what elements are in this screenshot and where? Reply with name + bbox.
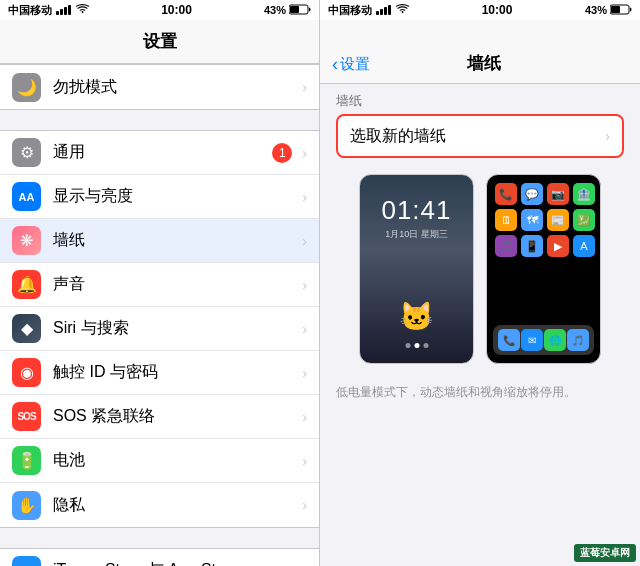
select-wallpaper-label: 选取新的墙纸 <box>350 126 601 147</box>
svg-rect-0 <box>56 11 59 15</box>
battery-icon: 🔋 <box>12 446 41 475</box>
watermark: 蓝莓安卓网 <box>574 544 636 562</box>
left-nav-title: 设置 <box>143 30 177 53</box>
settings-item-general[interactable]: ⚙ 通用 1 › <box>0 131 319 175</box>
section-gap-2 <box>0 528 319 548</box>
display-label: 显示与亮度 <box>53 186 298 207</box>
lock-time: 01:41 <box>381 195 451 226</box>
right-nav-bar: ‹ 设置 墙纸 <box>320 20 640 84</box>
svg-rect-8 <box>384 7 387 15</box>
svg-rect-5 <box>290 6 299 13</box>
home-icons-grid: 📞 💬 📷 🏦 🗓 🗺 📰 💹 🎵 📱 ▶ A <box>487 175 600 265</box>
privacy-label: 隐私 <box>53 495 298 516</box>
right-status-carrier: 中国移动 <box>328 3 409 18</box>
left-status-bar: 中国移动 10:00 43% <box>0 0 319 20</box>
sounds-icon: 🔔 <box>12 270 41 299</box>
carrier-text: 中国移动 <box>8 3 52 18</box>
donotdisturb-icon: 🌙 <box>12 73 41 102</box>
home-icon-8: 💹 <box>573 209 595 231</box>
chevron-icon-1: › <box>302 145 307 161</box>
wifi-icon <box>76 4 89 16</box>
right-nav-title: 墙纸 <box>370 52 628 75</box>
right-status-bar: 中国移动 10:00 43% <box>320 0 640 20</box>
battery-label: 电池 <box>53 450 298 471</box>
left-status-time: 10:00 <box>161 3 192 17</box>
chevron-icon-0: › <box>302 79 307 95</box>
general-badge: 1 <box>272 143 292 163</box>
wallpaper-hint: 低电量模式下，动态墙纸和视角缩放将停用。 <box>320 380 640 409</box>
home-dock: 📞 ✉ 🌐 🎵 <box>493 325 594 355</box>
battery-text: 43% <box>264 4 286 16</box>
home-icon-10: 📱 <box>521 235 543 257</box>
wallpaper-previews: 01:41 1月10日 星期三 🐱 📞 💬 📷 🏦 🗓 🗺 <box>320 158 640 380</box>
settings-item-siri[interactable]: ◆ Siri 与搜索 › <box>0 307 319 351</box>
left-status-carrier: 中国移动 <box>8 3 89 18</box>
back-label: 设置 <box>340 55 370 74</box>
home-icon-4: 🏦 <box>573 183 595 205</box>
settings-item-donotdisturb[interactable]: 🌙 勿扰模式 › <box>0 65 319 109</box>
select-wallpaper-item[interactable]: 选取新的墙纸 › <box>336 114 624 158</box>
wallpaper-label: 墙纸 <box>53 230 298 251</box>
dot-2 <box>414 343 419 348</box>
dock-icon-3: 🌐 <box>544 329 566 351</box>
back-button[interactable]: ‹ 设置 <box>332 54 370 75</box>
settings-item-touch[interactable]: ◉ 触控 ID 与密码 › <box>0 351 319 395</box>
select-chevron-icon: › <box>605 128 610 144</box>
lock-screen-preview[interactable]: 01:41 1月10日 星期三 🐱 <box>359 174 474 364</box>
home-icon-11: ▶ <box>547 235 569 257</box>
settings-item-sounds[interactable]: 🔔 声音 › <box>0 263 319 307</box>
general-icon: ⚙ <box>12 138 41 167</box>
dock-icon-2: ✉ <box>521 329 543 351</box>
svg-rect-3 <box>68 5 71 15</box>
left-nav-bar: 设置 <box>0 20 319 64</box>
home-icon-5: 🗓 <box>495 209 517 231</box>
right-wifi-icon <box>396 4 409 16</box>
settings-item-privacy[interactable]: ✋ 隐私 › <box>0 483 319 527</box>
svg-rect-11 <box>611 6 620 13</box>
right-status-battery: 43% <box>585 4 632 17</box>
appstore-icon: A <box>12 556 41 566</box>
touch-label: 触控 ID 与密码 <box>53 362 298 383</box>
svg-rect-2 <box>64 7 67 15</box>
right-panel: 中国移动 10:00 43% <box>320 0 640 566</box>
sos-label: SOS 紧急联络 <box>53 406 298 427</box>
home-icon-9: 🎵 <box>495 235 517 257</box>
wallpaper-icon: ❋ <box>12 226 41 255</box>
sounds-label: 声音 <box>53 274 298 295</box>
chevron-icon-10: › <box>302 563 307 567</box>
settings-item-sos[interactable]: SOS SOS 紧急联络 › <box>0 395 319 439</box>
sos-icon: SOS <box>12 402 41 431</box>
touch-icon: ◉ <box>12 358 41 387</box>
siri-icon: ◆ <box>12 314 41 343</box>
home-icon-7: 📰 <box>547 209 569 231</box>
back-chevron-icon: ‹ <box>332 54 338 75</box>
cat-image: 🐱 <box>399 300 434 333</box>
svg-rect-7 <box>380 9 383 15</box>
settings-item-appstore[interactable]: A iTunes Store 与 App Store › <box>0 549 319 566</box>
left-panel: 中国移动 10:00 43% <box>0 0 320 566</box>
settings-item-wallpaper[interactable]: ❋ 墙纸 › <box>0 219 319 263</box>
donotdisturb-label: 勿扰模式 <box>53 77 298 98</box>
section-label: 墙纸 <box>320 84 640 114</box>
svg-rect-9 <box>388 5 391 15</box>
right-battery-text: 43% <box>585 4 607 16</box>
chevron-icon-2: › <box>302 189 307 205</box>
home-icon-1: 📞 <box>495 183 517 205</box>
right-status-time: 10:00 <box>482 3 513 17</box>
lock-dots <box>405 343 428 348</box>
right-battery-icon <box>610 4 632 17</box>
home-icon-6: 🗺 <box>521 209 543 231</box>
dock-icon-1: 📞 <box>498 329 520 351</box>
home-screen-preview[interactable]: 📞 💬 📷 🏦 🗓 🗺 📰 💹 🎵 📱 ▶ A 📞 ✉ 🌐 <box>486 174 601 364</box>
settings-item-battery[interactable]: 🔋 电池 › <box>0 439 319 483</box>
right-content: 墙纸 选取新的墙纸 › 01:41 1月10日 星期三 🐱 <box>320 84 640 566</box>
settings-item-display[interactable]: AA 显示与亮度 › <box>0 175 319 219</box>
chevron-icon-7: › <box>302 409 307 425</box>
settings-list: 🌙 勿扰模式 › ⚙ 通用 1 › AA 显示与亮度 › ❋ 墙纸 › <box>0 64 319 566</box>
section-gap-1 <box>0 110 319 130</box>
chevron-icon-3: › <box>302 233 307 249</box>
dot-1 <box>405 343 410 348</box>
dot-3 <box>423 343 428 348</box>
chevron-icon-6: › <box>302 365 307 381</box>
settings-group-1: 🌙 勿扰模式 › <box>0 64 319 110</box>
